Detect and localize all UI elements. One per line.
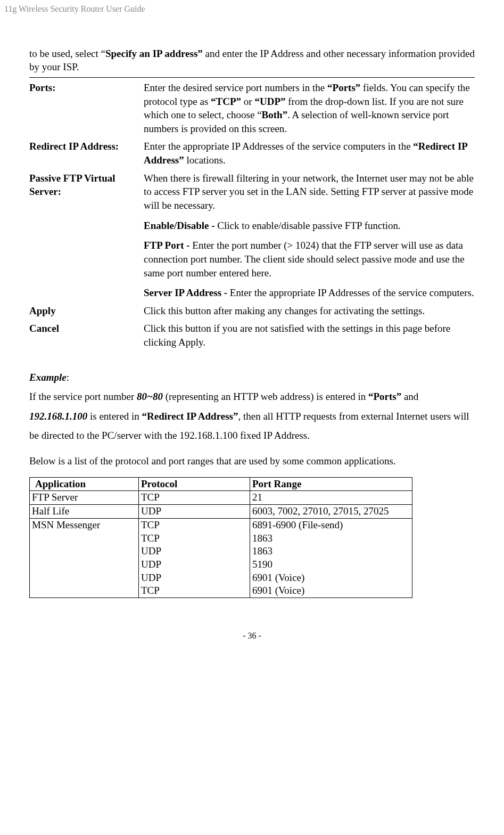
divider [29,77,475,78]
cell-app: Half Life [30,505,139,519]
cell-app: MSN Messenger [30,518,139,597]
cell-proto: UDP [139,505,250,519]
redirect-pre: Enter the appropriate IP Addresses of th… [144,141,413,152]
ports-text-or: or [241,96,254,107]
cell-range: 6891-6900 (File-send) 1863 1863 5190 690… [250,518,412,597]
cell-range: 6003, 7002, 27010, 27015, 27025 [250,505,412,519]
row-passive: Passive FTP Virtual Server: When there i… [29,171,475,300]
cell-proto-line: TCP [141,532,247,545]
ports-text-1: Enter the desired service port numbers i… [144,82,327,93]
cell-range-line: 6891-6900 (File-send) [252,519,410,532]
cell-proto-line: TCP [141,584,247,597]
cell-proto-line: UDP [141,571,247,585]
page-content: to be used, select “Specify an IP addres… [0,15,504,598]
th-application: Application [30,477,139,491]
passive-value: When there is firewall filtering in your… [144,171,475,300]
cell-app-line: MSN Messenger [32,519,136,532]
cell-proto: TCP [139,491,250,505]
cell-range-line: 1863 [252,545,410,558]
cell-app: FTP Server [30,491,139,505]
cell-proto-line: UDP [141,545,247,558]
cancel-label: Cancel [29,322,144,335]
table-header-row: Application Protocol Port Range [30,477,412,491]
apply-value: Click this button after making any chang… [144,304,475,318]
table-row: MSN Messenger TCP TCP UDP UDP UDP TCP 68… [30,518,412,597]
passive-label: Passive FTP Virtual Server: [29,171,144,199]
passive-p3-bold: FTP Port - [144,240,192,251]
ports-value: Enter the desired service port numbers i… [144,81,475,136]
row-apply: Apply Click this button after making any… [29,304,475,318]
th-port-range: Port Range [250,477,412,491]
apply-label: Apply [29,304,144,318]
row-ports: Ports: Enter the desired service port nu… [29,81,475,136]
example-p2: Below is a list of the protocol and port… [29,452,475,471]
ex-p1-b2: “Redirect IP Address” [142,411,238,422]
example-heading: Example: [29,371,475,384]
redirect-post: locations. [184,154,226,166]
intro-pre: to be used, select “ [29,48,105,59]
redirect-value: Enter the appropriate IP Addresses of th… [144,140,475,167]
cell-proto-line: TCP [141,519,247,532]
ex-p1-mid2: and [401,391,418,402]
cell-range-line: 5190 [252,558,410,571]
passive-p4-bold: Server IP Address - [144,287,230,298]
ports-label: Ports: [29,81,144,95]
passive-p4-text: Enter the appropriate IP Addresses of th… [230,287,474,298]
ports-bold-1: “Ports” [327,82,360,93]
passive-p1: When there is firewall filtering in your… [144,171,475,212]
passive-p2: Enable/Disable - Click to enable/disable… [144,219,475,233]
ports-bold-3: “UDP” [254,96,285,107]
passive-p2-bold: Enable/Disable - [144,220,217,231]
passive-p2-text: Click to enable/disable passive FTP func… [217,220,400,231]
row-redirect: Redirect IP Address: Enter the appropria… [29,140,475,167]
ex-p1-mid1: (representing an HTTP web address) is en… [163,391,368,402]
ex-p1-b1: “Ports” [368,391,401,402]
intro-bold: Specify an IP address” [105,48,203,59]
example-p1: If the service port number 80~80 (repres… [29,387,475,445]
passive-p3: FTP Port - Enter the port number (> 1024… [144,239,475,280]
cell-range-line: 1863 [252,532,410,545]
redirect-label: Redirect IP Address: [29,140,144,153]
row-cancel: Cancel Click this button if you are not … [29,322,475,349]
table-row: Half Life UDP 6003, 7002, 27010, 27015, … [30,505,412,519]
passive-p4: Server IP Address - Enter the appropriat… [144,286,475,300]
ex-p1-pre: If the service port number [29,391,137,402]
cell-range-line: 6901 (Voice) [252,571,410,585]
cell-range: 21 [250,491,412,505]
ports-bold-4: Both” [262,109,288,120]
cell-proto: TCP TCP UDP UDP UDP TCP [139,518,250,597]
ex-p1-bi2: 192.168.1.100 [29,411,87,422]
table-row: FTP Server TCP 21 [30,491,412,505]
example-heading-text: Example [29,372,67,383]
page-running-header: 11g Wireless Security Router User Guide [0,0,504,15]
th-protocol: Protocol [139,477,250,491]
cancel-value: Click this button if you are not satisfi… [144,322,475,349]
applications-table: Application Protocol Port Range FTP Serv… [29,477,412,598]
cell-proto-line: UDP [141,558,247,571]
page-number: - 36 - [0,630,504,652]
intro-paragraph: to be used, select “Specify an IP addres… [29,47,475,74]
cell-range-line: 6901 (Voice) [252,584,410,597]
ex-p1-bi1: 80~80 [137,391,163,402]
ports-bold-2: “TCP” [211,96,241,107]
passive-p3-text: Enter the port number (> 1024) that the … [144,240,465,278]
ex-p1-mid3: is entered in [87,411,142,422]
